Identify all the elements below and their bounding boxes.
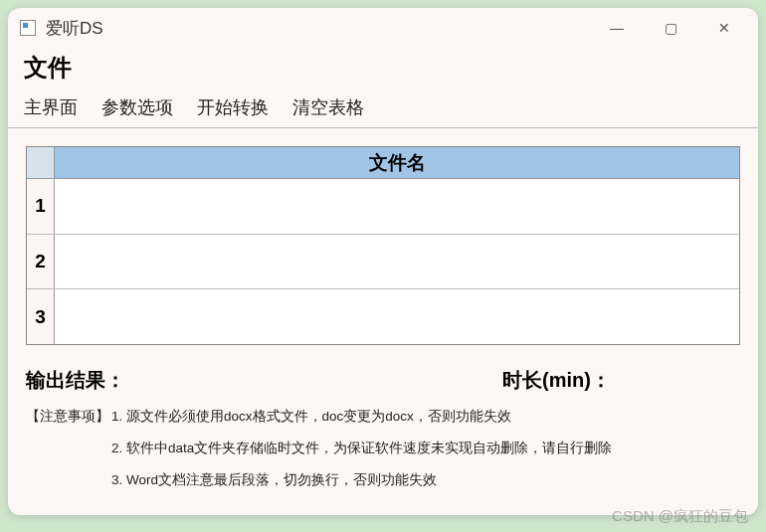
table-corner [27,147,55,179]
menu-start-convert[interactable]: 开始转换 [197,95,269,119]
row-cell-filename[interactable] [55,289,739,344]
maximize-button[interactable]: ▢ [659,20,682,36]
status-row: 输出结果： 时长(min)： [26,367,740,394]
watermark: CSDN @疯狂的豆包 [612,507,748,526]
duration-label: 时长(min)： [502,367,740,394]
table-row[interactable]: 1 [27,179,739,235]
menu-bar: 主界面 参数选项 开始转换 清空表格 [8,93,758,128]
app-icon [20,20,36,36]
app-window: 爱听DS — ▢ ✕ 文件 主界面 参数选项 开始转换 清空表格 文件名 1 [8,8,758,515]
file-table: 文件名 1 2 3 [26,146,740,345]
row-cell-filename[interactable] [55,235,739,289]
window-controls: — ▢ ✕ [605,20,746,36]
table-row[interactable]: 3 [27,289,739,344]
table-header: 文件名 [27,147,739,179]
output-result-label: 输出结果： [26,367,125,394]
file-menu-title[interactable]: 文件 [8,48,758,93]
row-number: 2 [27,235,55,289]
app-title: 爱听DS [46,17,103,40]
note-item: 2. 软件中data文件夹存储临时文件，为保证软件速度未实现自动删除，请自行删除 [111,440,612,457]
note-item: 1. 源文件必须使用docx格式文件，doc变更为docx，否则功能失效 [111,408,612,426]
row-number: 1 [27,179,55,234]
column-header-filename[interactable]: 文件名 [55,147,739,179]
menu-options[interactable]: 参数选项 [101,95,173,119]
notes-section: 【注意事项】 1. 源文件必须使用docx格式文件，doc变更为docx，否则功… [26,408,740,489]
table-body: 1 2 3 [27,179,739,344]
table-row[interactable]: 2 [27,235,739,290]
minimize-button[interactable]: — [605,20,629,36]
note-item: 3. Word文档注意最后段落，切勿换行，否则功能失效 [111,471,612,489]
notes-list: 1. 源文件必须使用docx格式文件，doc变更为docx，否则功能失效 2. … [111,408,612,489]
close-button[interactable]: ✕ [712,20,736,36]
content-area: 文件名 1 2 3 输出结果： 时长(min)： [8,128,758,515]
row-cell-filename[interactable] [55,179,739,234]
notes-heading: 【注意事项】 [26,408,111,489]
titlebar: 爱听DS — ▢ ✕ [8,8,758,48]
menu-clear-table[interactable]: 清空表格 [292,95,364,119]
menu-main[interactable]: 主界面 [24,95,78,119]
row-number: 3 [27,289,55,344]
